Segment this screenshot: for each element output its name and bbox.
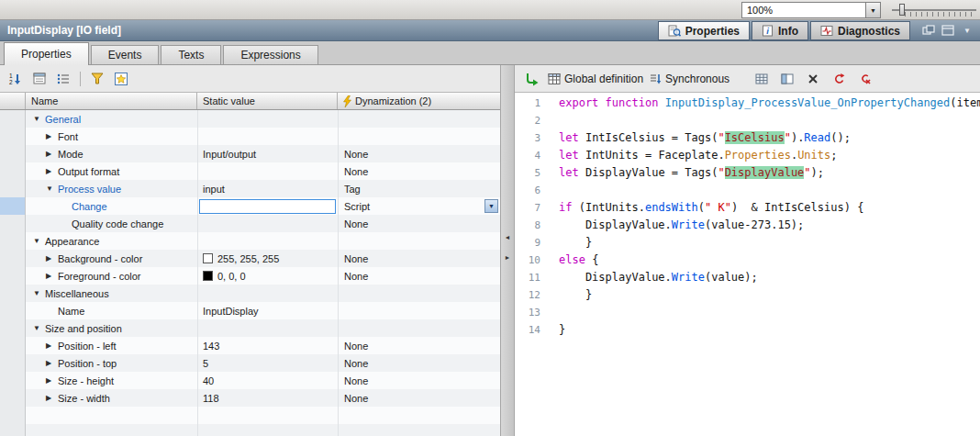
property-name-cell[interactable]: ▶Background - color — [26, 250, 197, 267]
table-row[interactable]: ▶Font — [0, 128, 500, 145]
property-name-cell[interactable]: Change — [26, 197, 197, 215]
dynamization-cell[interactable]: None — [338, 354, 500, 372]
dynamization-cell[interactable] — [338, 285, 500, 302]
table-row[interactable]: ▶Position - top5None — [0, 354, 500, 372]
static-value-cell[interactable] — [197, 110, 338, 128]
static-value-cell[interactable] — [197, 215, 338, 232]
static-value-cell[interactable] — [197, 128, 338, 145]
dynamization-cell[interactable]: None — [338, 372, 500, 389]
dynamization-cell[interactable] — [338, 319, 500, 337]
chevron-down-icon[interactable]: ▼ — [960, 24, 974, 37]
expand-icon[interactable]: ▶ — [46, 272, 58, 280]
collapse-icon[interactable]: ▼ — [33, 289, 45, 297]
table-row[interactable]: ▼Appearance — [0, 232, 500, 250]
static-value-cell[interactable] — [197, 197, 338, 215]
dynamization-dropdown-icon[interactable]: ▼ — [484, 199, 498, 213]
synchronous-button[interactable]: Synchronous — [649, 73, 729, 85]
property-name-cell[interactable]: ▼Size and position — [26, 319, 197, 337]
table-row[interactable]: ChangeScript▼ — [0, 197, 500, 215]
filter-icon[interactable] — [87, 69, 107, 89]
code-editor[interactable]: 1export function InputDisplay_ProcessVal… — [515, 93, 980, 436]
expand-icon[interactable]: ▶ — [46, 359, 58, 367]
static-value-cell[interactable]: 118 — [197, 389, 338, 407]
table-row[interactable]: Quality code changeNone — [0, 215, 500, 232]
details-icon[interactable] — [29, 69, 50, 89]
expand-icon[interactable]: ▶ — [46, 376, 58, 385]
dynamization-cell[interactable] — [338, 110, 500, 128]
table-row[interactable]: NameInputDisplay — [0, 302, 500, 319]
zoom-dropdown-icon[interactable]: ▼ — [865, 3, 880, 17]
static-value-cell[interactable] — [197, 285, 338, 302]
static-value-cell[interactable] — [197, 162, 338, 180]
code-line[interactable]: 8 DisplayValue.Write(value-273.15); — [515, 217, 980, 234]
property-name-cell[interactable]: ▶Size - height — [26, 372, 197, 389]
dynamization-cell[interactable]: None — [338, 162, 500, 180]
zoom-combobox[interactable]: 100% ▼ — [741, 2, 881, 18]
static-value-cell[interactable]: Input/output — [197, 145, 338, 162]
property-name-cell[interactable]: Name — [26, 302, 197, 319]
remove-icon[interactable] — [854, 69, 874, 89]
static-value-cell[interactable]: InputDisplay — [197, 302, 338, 319]
list-view-icon[interactable] — [53, 69, 73, 89]
collapse-right-icon[interactable]: ► — [502, 249, 513, 265]
property-name-cell[interactable]: ▼General — [26, 110, 197, 128]
table-row[interactable]: ▼Size and position — [0, 319, 500, 337]
dynamization-cell[interactable]: None — [338, 145, 500, 162]
static-value-cell[interactable]: 143 — [197, 337, 338, 354]
rollup-icon[interactable] — [941, 24, 955, 37]
table-row[interactable]: ▶Background - color255, 255, 255None — [0, 250, 500, 267]
collapse-icon[interactable]: ▼ — [46, 184, 58, 193]
property-name-cell[interactable]: ▶Foreground - color — [26, 267, 197, 285]
grid-icon[interactable] — [752, 69, 772, 89]
property-name-cell[interactable]: Quality code change — [26, 215, 197, 232]
property-name-cell[interactable]: ▶Mode — [26, 145, 197, 162]
code-line[interactable]: 4let IntUnits = Faceplate.Properties.Uni… — [515, 147, 980, 164]
panel-tab-info[interactable]: i Info — [752, 21, 808, 40]
static-value-input[interactable] — [199, 199, 336, 214]
panel-tab-properties[interactable]: Properties — [658, 21, 750, 40]
property-name-cell[interactable]: ▶Font — [26, 128, 197, 145]
tab-expressions[interactable]: Expressions — [223, 45, 317, 64]
code-line[interactable]: 5let DisplayValue = Tags("DisplayValue")… — [515, 164, 980, 182]
static-value-cell[interactable] — [197, 232, 338, 250]
table-row[interactable]: ▶ModeInput/outputNone — [0, 145, 500, 162]
table-row[interactable]: ▼Miscellaneous — [0, 285, 500, 302]
table-row[interactable]: ▶Foreground - color0, 0, 0None — [0, 267, 500, 285]
dynamization-cell[interactable]: None — [338, 337, 500, 354]
property-name-cell[interactable]: ▶Size - width — [26, 389, 197, 407]
code-line[interactable]: 14} — [515, 321, 980, 339]
expand-icon[interactable]: ▶ — [46, 167, 58, 175]
dynamization-cell[interactable] — [338, 232, 500, 250]
table-row[interactable]: ▶Size - height40None — [0, 372, 500, 389]
table-row[interactable]: ▼Process valueinputTag — [0, 180, 500, 197]
dynamization-cell[interactable]: Script▼ — [338, 197, 500, 215]
code-line[interactable]: 13 — [515, 304, 980, 321]
code-line[interactable]: 11 DisplayValue.Write(value); — [515, 269, 980, 286]
property-name-cell[interactable]: ▶Output format — [26, 162, 197, 180]
header-dynamization[interactable]: Dynamization (2) — [338, 93, 500, 109]
collapse-left-icon[interactable]: ◄ — [502, 229, 513, 245]
dynamization-cell[interactable]: None — [338, 250, 500, 267]
code-line[interactable]: 12 } — [515, 286, 980, 304]
table-row[interactable]: ▼General — [0, 110, 500, 128]
property-name-cell[interactable]: ▶Position - top — [26, 354, 197, 372]
dynamization-cell[interactable]: Tag — [338, 180, 500, 197]
property-name-cell[interactable]: ▼Appearance — [26, 232, 197, 250]
header-name[interactable]: Name — [26, 93, 197, 109]
dynamization-cell[interactable] — [338, 302, 500, 319]
dynamization-cell[interactable]: None — [338, 267, 500, 285]
global-definition-button[interactable]: Global definition — [548, 73, 643, 85]
sort-icon[interactable]: 12 — [6, 69, 26, 89]
favorites-icon[interactable] — [111, 69, 131, 89]
color-swatch[interactable] — [203, 271, 213, 281]
tab-events[interactable]: Events — [91, 45, 160, 64]
property-name-cell[interactable]: ▼Miscellaneous — [26, 285, 197, 302]
delete-icon[interactable] — [803, 69, 823, 89]
expand-icon[interactable]: ▶ — [46, 394, 58, 402]
dynamization-cell[interactable]: None — [338, 389, 500, 407]
collapse-icon[interactable]: ▼ — [33, 237, 45, 245]
expand-icon[interactable]: ▶ — [46, 341, 58, 350]
code-line[interactable]: 6 — [515, 182, 980, 199]
static-value-cell[interactable]: 255, 255, 255 — [197, 250, 338, 267]
tab-texts[interactable]: Texts — [161, 45, 221, 64]
